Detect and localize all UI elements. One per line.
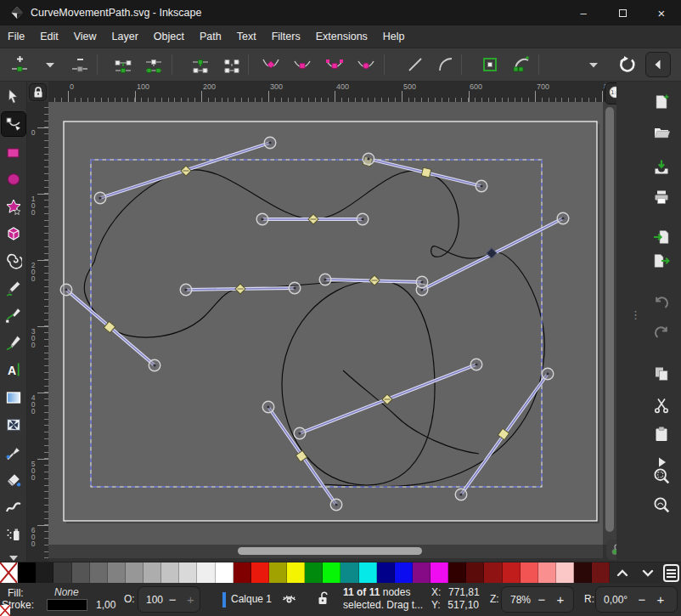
calligraphy-tool[interactable]	[2, 331, 25, 354]
menu-text[interactable]: Text	[229, 27, 264, 46]
layer-visibility-toggle[interactable]	[282, 594, 296, 608]
rotation-field[interactable]: 0,00° − +	[595, 586, 678, 613]
canvas[interactable]	[48, 102, 603, 545]
menu-extensions[interactable]: Extensions	[308, 27, 375, 46]
swatch-#efefef[interactable]	[197, 562, 215, 583]
selector-tool[interactable]	[2, 85, 25, 109]
swatch-#300000[interactable]	[448, 562, 466, 583]
save-document-button[interactable]	[649, 155, 674, 180]
swatch-#fcc7c7[interactable]	[556, 562, 574, 583]
maximize-button[interactable]	[603, 0, 642, 25]
swatch-#008a0d[interactable]	[305, 562, 323, 583]
collapse-panel-button[interactable]	[645, 52, 671, 77]
menu-edit[interactable]: Edit	[32, 27, 66, 46]
import-button[interactable]	[649, 224, 674, 250]
palette-scroll-down-button[interactable]	[636, 562, 660, 584]
menu-layer[interactable]: Layer	[104, 27, 146, 46]
zoom-value[interactable]: 78%	[502, 594, 532, 606]
ruler-lock-button[interactable]	[29, 83, 47, 101]
swatch-#06e9e9[interactable]	[359, 562, 377, 583]
swatch-#00008a[interactable]	[377, 562, 395, 583]
path-node-2[interactable]	[421, 167, 431, 177]
stroke-width[interactable]: 1,00	[96, 599, 115, 611]
swatch-#f98f8f[interactable]	[538, 562, 556, 583]
swatch-#c21d1d[interactable]	[503, 562, 521, 583]
zoom-decrease-button[interactable]: −	[532, 592, 551, 607]
vertical-scrollbar[interactable]	[603, 102, 616, 545]
redo-button[interactable]	[649, 319, 674, 345]
menu-filters[interactable]: Filters	[264, 27, 308, 46]
swatch-#3a3a3a[interactable]	[53, 562, 71, 583]
fill-value[interactable]: None	[54, 586, 79, 598]
swatch-#f25454[interactable]	[521, 562, 538, 583]
vertical-ruler[interactable]: 0100200300400500600	[27, 102, 48, 562]
corner-node-button[interactable]	[258, 52, 284, 77]
stroke-to-path-button[interactable]	[509, 52, 534, 77]
swatch-#979797[interactable]	[126, 562, 144, 583]
swatch-#800000[interactable]	[234, 562, 251, 583]
rotation-decrease-button[interactable]: −	[633, 592, 651, 607]
opacity-decrease-button[interactable]: −	[163, 592, 181, 607]
horizontal-scrollbar-thumb[interactable]	[238, 547, 422, 555]
print-button[interactable]	[649, 184, 674, 210]
swatch-#0c8a8a[interactable]	[340, 562, 358, 583]
swatch-#c3c3c3[interactable]	[161, 562, 179, 583]
delete-node-button[interactable]	[67, 52, 93, 77]
line-segment-button[interactable]	[402, 52, 428, 77]
auto-smooth-node-button[interactable]	[353, 52, 379, 77]
swatch-#e9190c[interactable]	[251, 562, 269, 583]
bucket-tool[interactable]	[2, 468, 25, 492]
zoom-field[interactable]: 78% − +	[501, 586, 574, 613]
horizontal-scrollbar[interactable]	[48, 545, 603, 558]
pencil-tool[interactable]	[2, 276, 25, 300]
swatch-#0c0cf0[interactable]	[395, 562, 413, 583]
stroke-swatch[interactable]	[47, 599, 87, 611]
menu-view[interactable]: View	[66, 27, 104, 46]
vertical-scrollbar-thumb[interactable]	[605, 107, 614, 532]
node-editor-tool[interactable]	[2, 112, 25, 136]
swatch-#555555[interactable]	[72, 562, 90, 583]
menu-path[interactable]: Path	[192, 27, 229, 46]
opacity-value[interactable]: 100	[138, 594, 163, 606]
swatch-#860a86[interactable]	[413, 562, 431, 583]
canvas-svg[interactable]	[48, 102, 603, 545]
rectangle-tool[interactable]	[2, 141, 25, 165]
undo-button[interactable]	[649, 290, 674, 315]
swatch-#adadad[interactable]	[144, 562, 161, 583]
zoom-drawing-button[interactable]	[649, 492, 674, 517]
new-document-button[interactable]	[649, 89, 674, 115]
mesh-tool[interactable]	[2, 413, 25, 437]
palette-scroll-up-button[interactable]	[611, 562, 634, 584]
menu-object[interactable]: Object	[146, 27, 192, 46]
open-document-button[interactable]	[649, 119, 674, 144]
rotation-value[interactable]: 0,00°	[596, 594, 633, 606]
swatch-#1d1d1d[interactable]	[36, 562, 53, 583]
delete-segment-button[interactable]	[219, 52, 245, 77]
tweak-tool[interactable]	[2, 495, 25, 519]
show-transform-handles-button[interactable]	[615, 52, 640, 77]
gradient-tool[interactable]	[2, 386, 25, 410]
zoom-increase-button[interactable]: +	[551, 592, 570, 607]
dock-resize-handle[interactable]: ⋮	[630, 313, 641, 318]
more-commands-button[interactable]	[649, 449, 674, 475]
dropper-tool[interactable]	[2, 441, 25, 465]
layer-lock-toggle[interactable]	[318, 591, 329, 608]
cut-button[interactable]	[649, 393, 674, 418]
swatch-#d9d9d9[interactable]	[179, 562, 197, 583]
swatch-#ffffff[interactable]	[216, 562, 234, 583]
join-with-segment-button[interactable]	[141, 52, 166, 77]
opacity-field[interactable]: 100 − +	[138, 586, 200, 613]
export-button[interactable]	[649, 248, 674, 274]
palette-menu-button[interactable]	[663, 564, 679, 582]
spray-tool[interactable]	[2, 523, 25, 546]
join-nodes-button[interactable]	[110, 52, 136, 77]
menu-file[interactable]: File	[0, 27, 32, 46]
swatch-#06f506[interactable]	[323, 562, 340, 583]
paste-button[interactable]	[649, 421, 674, 447]
minimize-button[interactable]: –	[564, 0, 603, 25]
swatch-#f4f400[interactable]	[287, 562, 305, 583]
rotation-increase-button[interactable]: +	[651, 592, 670, 607]
swatch-#8f1313[interactable]	[484, 562, 502, 583]
toolbar-options-menu-button[interactable]	[581, 52, 606, 77]
swatch-#6f1414[interactable]	[592, 562, 610, 583]
